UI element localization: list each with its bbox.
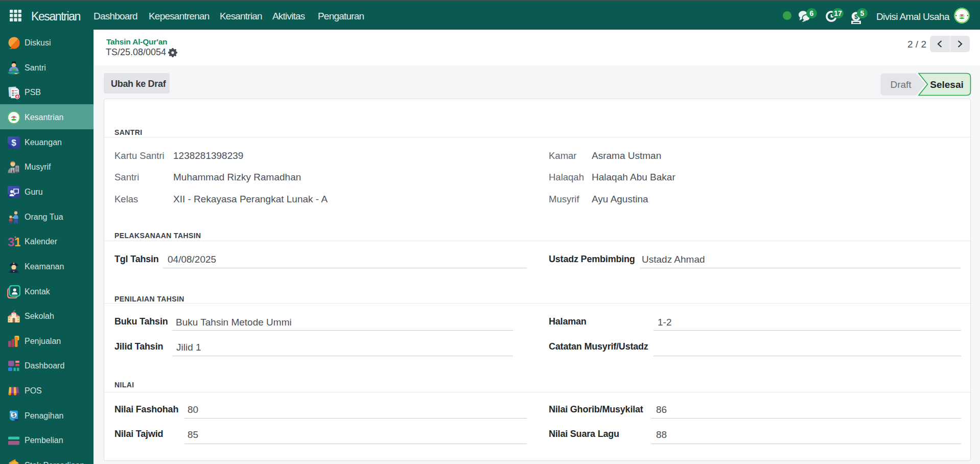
svg-text:Selesai: Selesai [930,79,964,90]
svg-text:$: $ [11,138,16,148]
svg-text:3: 3 [8,235,14,248]
svg-text:$: $ [12,412,15,418]
svg-text:Draft: Draft [890,79,912,90]
